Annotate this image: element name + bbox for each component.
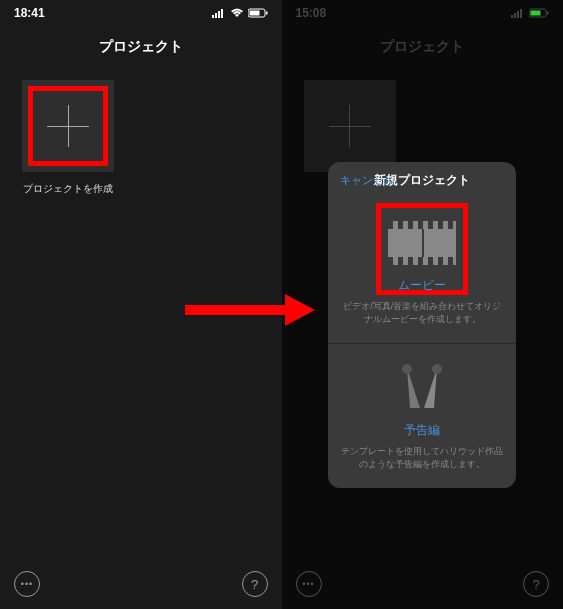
battery-icon — [248, 8, 268, 18]
svg-point-15 — [432, 364, 442, 374]
modal-header: キャンセル 新規プロジェクト — [328, 162, 516, 199]
option-trailer-desc: テンプレートを使用してハリウッド作品のような予告編を作成します。 — [340, 445, 504, 472]
svg-rect-5 — [249, 11, 259, 16]
svg-marker-17 — [285, 294, 315, 326]
spotlight-icon — [392, 363, 452, 413]
ellipsis-icon: ••• — [21, 579, 33, 589]
status-indicators — [212, 8, 268, 18]
movie-icon-wrap — [340, 213, 504, 273]
option-movie-label: ムービー — [340, 277, 504, 294]
signal-icon — [212, 8, 226, 18]
cancel-button[interactable]: キャンセル — [340, 173, 395, 188]
svg-rect-0 — [212, 15, 214, 18]
svg-rect-3 — [221, 9, 223, 18]
new-project-modal: キャンセル 新規プロジェクト ムービー ビデオ/写真/音楽を組み合わせてオリジナ… — [328, 162, 516, 488]
more-button[interactable]: ••• — [14, 571, 40, 597]
svg-rect-6 — [266, 12, 268, 15]
screen-new-project-modal: 15:08 プロジェクト ••• ? キャンセル 新規プロジェクト ムービー — [282, 0, 564, 609]
question-icon: ? — [251, 577, 258, 592]
create-project-label: プロジェクトを作成 — [22, 182, 114, 196]
modal-overlay: キャンセル 新規プロジェクト ムービー ビデオ/写真/音楽を組み合わせてオリジナ… — [282, 0, 564, 609]
option-movie-desc: ビデオ/写真/音楽を組み合わせてオリジナルムービーを作成します。 — [340, 300, 504, 327]
film-icon — [388, 221, 456, 265]
nav-title: プロジェクト — [0, 24, 282, 70]
create-project-tile[interactable] — [22, 80, 114, 172]
svg-rect-1 — [215, 13, 217, 18]
trailer-icon-wrap — [340, 358, 504, 418]
help-button[interactable]: ? — [242, 571, 268, 597]
svg-point-14 — [402, 364, 412, 374]
wifi-icon — [230, 8, 244, 18]
option-trailer-label: 予告編 — [340, 422, 504, 439]
status-time: 18:41 — [14, 6, 45, 20]
annotation-arrow — [185, 290, 315, 330]
option-movie[interactable]: ムービー ビデオ/写真/音楽を組み合わせてオリジナルムービーを作成します。 — [328, 199, 516, 343]
bottom-toolbar: ••• ? — [0, 559, 282, 609]
svg-rect-2 — [218, 11, 220, 18]
option-trailer[interactable]: 予告編 テンプレートを使用してハリウッド作品のような予告編を作成します。 — [328, 343, 516, 488]
status-bar: 18:41 — [0, 0, 282, 24]
